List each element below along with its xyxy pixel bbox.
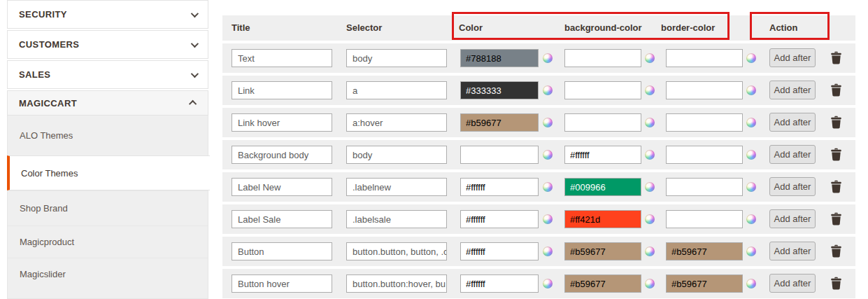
delete-row-button[interactable] [830,116,842,129]
border-color-swatch-input[interactable] [666,113,743,132]
add-after-button[interactable]: Add after [769,81,816,99]
title-input[interactable] [232,81,332,99]
color-picker-icon[interactable] [543,85,553,95]
title-input[interactable] [232,178,332,196]
selector-input[interactable] [346,242,447,260]
delete-row-button[interactable] [830,83,842,97]
title-input[interactable] [232,113,332,132]
color-themes-settings-page: SECURITY CUSTOMERS SALES MAGICCART ALO T… [0,0,868,299]
selector-input[interactable] [346,210,447,228]
delete-row-button[interactable] [830,244,842,258]
delete-row-button[interactable] [830,212,842,225]
title-input[interactable] [232,242,332,260]
color-picker-icon[interactable] [645,118,655,127]
sidebar-item-magicproduct[interactable]: Magicproduct [8,225,208,258]
color-picker-icon[interactable] [746,246,756,256]
color-picker-icon[interactable] [543,279,553,288]
border-color-swatch-input[interactable] [666,81,743,99]
color-swatch-input[interactable] [460,210,539,228]
sidebar-section-security[interactable]: SECURITY [7,0,208,29]
border-color-swatch-input[interactable] [666,146,743,164]
background-color-swatch-input[interactable] [564,81,641,99]
add-after-button[interactable]: Add after [769,242,816,260]
chevron-down-icon [191,9,199,17]
highlight-box-color-columns [452,12,730,40]
color-picker-icon[interactable] [645,53,655,63]
border-color-swatch-input[interactable] [666,242,743,260]
selector-input[interactable] [346,178,447,196]
color-picker-icon[interactable] [746,53,756,63]
color-swatch-input[interactable] [460,113,539,132]
title-input[interactable] [232,210,332,228]
color-picker-icon[interactable] [645,246,655,256]
title-input[interactable] [232,274,332,293]
border-color-swatch-input[interactable] [666,274,743,293]
selector-input[interactable] [346,49,447,67]
color-picker-icon[interactable] [645,182,655,192]
sidebar-item-alo-themes[interactable]: ALO Themes [8,116,208,155]
color-picker-icon[interactable] [645,214,655,224]
add-after-button[interactable]: Add after [769,113,816,132]
selector-input[interactable] [346,113,447,132]
color-picker-icon[interactable] [746,118,756,127]
color-picker-icon[interactable] [543,53,553,63]
trash-icon [830,148,842,161]
selector-input[interactable] [346,274,447,293]
sidebar-section-label: SECURITY [19,9,67,20]
selector-input[interactable] [346,81,447,99]
title-input[interactable] [232,146,332,164]
color-picker-icon[interactable] [645,279,655,288]
background-color-swatch-input[interactable] [564,49,641,67]
add-after-button[interactable]: Add after [769,274,816,293]
color-picker-icon[interactable] [746,214,756,224]
color-picker-icon[interactable] [543,150,553,160]
add-after-button[interactable]: Add after [769,209,816,228]
sidebar-section-sales[interactable]: SALES [7,60,208,89]
add-after-button[interactable]: Add after [769,48,816,67]
sidebar-section-magiccart[interactable]: MAGICCART [7,90,208,116]
add-after-button[interactable]: Add after [769,145,816,164]
color-picker-icon[interactable] [746,150,756,160]
background-color-swatch-input[interactable] [564,146,641,164]
sidebar-item-magicslider[interactable]: Magicslider [8,258,208,290]
trash-icon [830,212,842,225]
color-swatch-input[interactable] [460,49,539,67]
color-swatch-input[interactable] [460,146,539,164]
border-color-swatch-input[interactable] [666,178,743,196]
color-picker-icon[interactable] [645,150,655,160]
table-row: Add after [222,269,855,298]
color-swatch-input[interactable] [460,274,539,293]
sidebar-item-shop-brand[interactable]: Shop Brand [8,190,208,225]
color-picker-icon[interactable] [645,85,655,95]
table-row: Add after [222,204,855,234]
add-after-button[interactable]: Add after [769,177,816,196]
color-swatch-input[interactable] [460,81,539,99]
sidebar-section-customers[interactable]: CUSTOMERS [7,30,208,59]
background-color-swatch-input[interactable] [564,274,641,293]
color-picker-icon[interactable] [543,246,553,256]
sidebar-section-label: CUSTOMERS [19,39,79,50]
background-color-swatch-input[interactable] [564,178,641,196]
background-color-swatch-input[interactable] [564,113,641,132]
delete-row-button[interactable] [830,180,842,193]
background-color-swatch-input[interactable] [564,210,641,228]
border-color-swatch-input[interactable] [666,210,743,228]
selector-input[interactable] [346,146,447,164]
color-picker-icon[interactable] [543,118,553,127]
chevron-up-icon [189,100,197,108]
title-input[interactable] [232,49,332,67]
delete-row-button[interactable] [830,277,842,290]
delete-row-button[interactable] [830,51,842,64]
color-swatch-input[interactable] [460,242,539,260]
sidebar-item-label: Magicslider [20,269,66,279]
color-picker-icon[interactable] [746,279,756,288]
color-swatch-input[interactable] [460,178,539,196]
color-picker-icon[interactable] [543,214,553,224]
color-picker-icon[interactable] [543,182,553,192]
color-picker-icon[interactable] [746,85,756,95]
delete-row-button[interactable] [830,148,842,161]
border-color-swatch-input[interactable] [666,49,743,67]
background-color-swatch-input[interactable] [564,242,641,260]
sidebar-item-color-themes[interactable]: Color Themes [7,155,210,190]
color-picker-icon[interactable] [746,182,756,192]
